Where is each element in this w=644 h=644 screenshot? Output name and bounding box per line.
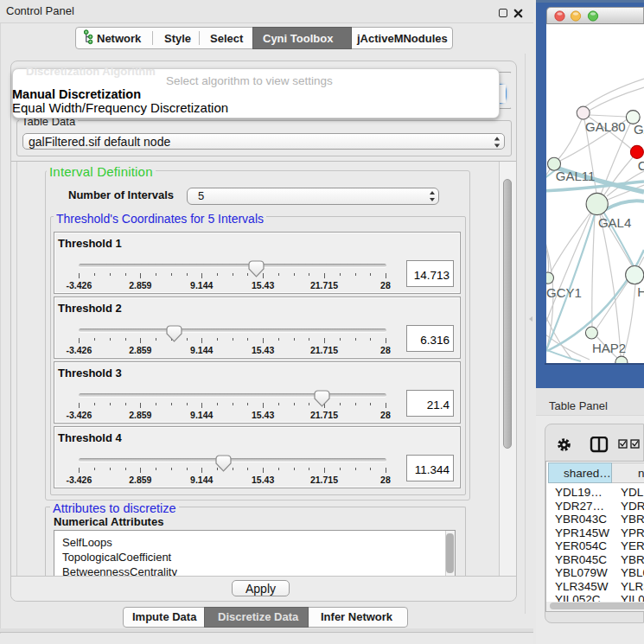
svg-text:HAP2: HAP2 [592,341,626,355]
svg-text:GAL11: GAL11 [556,169,596,183]
svg-text:GA: GA [634,122,644,137]
svg-text:GCY1: GCY1 [546,285,582,300]
svg-text:H: H [637,284,644,299]
svg-text:C: C [638,158,644,173]
svg-text:GAL80: GAL80 [585,119,626,134]
svg-text:GAL4: GAL4 [598,215,631,230]
